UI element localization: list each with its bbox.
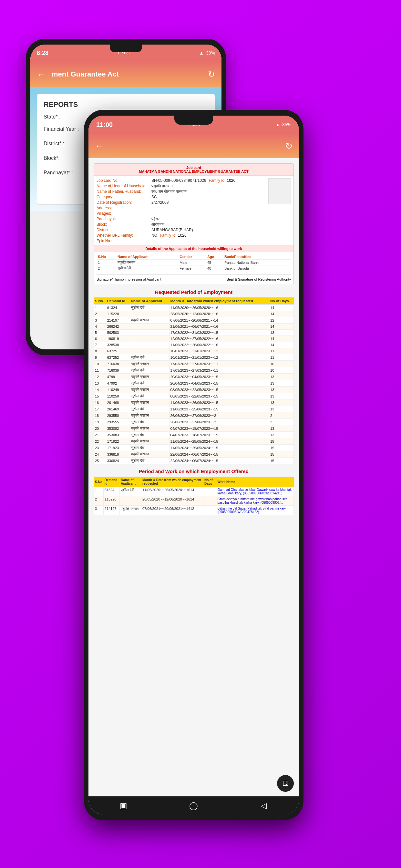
period-th-sno: S.No xyxy=(94,477,104,487)
table-row: 21353083सुशीला देवी04/07/2023~~18/07/202… xyxy=(94,432,294,438)
table-row: 15110250सुशीला देवी08/05/2023~~22/05/202… xyxy=(94,393,294,399)
back-header-title: ment Guarantee Act xyxy=(52,70,119,79)
employment-section-title: Requested Period of Employment xyxy=(94,289,294,295)
jc-epic-label: Epic No.: xyxy=(96,239,151,243)
jc-bpl-label: Whether BPL Family: xyxy=(96,233,151,238)
job-card: Job card MAHATMA GANDHI NATIONAL EMPLOYM… xyxy=(94,163,294,284)
job-card-top: Job card No.: BH-05-009-006-03849071/102… xyxy=(96,178,291,217)
jc-block-value: औरंगाबाद xyxy=(151,222,164,227)
front-refresh-button[interactable]: ↻ xyxy=(285,141,292,151)
period-th-days: No of Days xyxy=(203,477,216,487)
jc-no-label: Job card No.: xyxy=(96,178,151,183)
table-row: 16261468पशुपति पासवान11/06/2023~~26/06/2… xyxy=(94,399,294,406)
back-time: 8:28 xyxy=(37,50,49,57)
jc-row-block: Block: औरंगाबाद xyxy=(96,222,291,227)
jc-bpl-family-value: 1026 xyxy=(178,233,187,238)
table-row: 20353082पशुपति पासवान04/07/2023~~18/07/2… xyxy=(94,425,294,432)
jc-category-label: Category: xyxy=(96,195,151,199)
front-back-button[interactable]: ← xyxy=(95,141,104,151)
table-row: 19293555सुशीला देवी26/06/2023~~27/06/202… xyxy=(94,419,294,425)
emp-th-name: Name of Applicant xyxy=(130,298,169,305)
table-row: 732853811/06/2022~~26/06/2022~~1614 xyxy=(94,342,294,348)
job-card-header: Job card MAHATMA GANDHI NATIONAL EMPLOYM… xyxy=(94,164,294,176)
jc-row-dor: Date of Registration: 2/27/2008 xyxy=(96,200,268,205)
app-th-sno: S.No xyxy=(96,254,116,259)
app-th-bank: Bank/Postoffice xyxy=(223,254,291,259)
back-signal: ▲↓39% xyxy=(199,51,215,56)
front-phone-screen: 11:00 0 KB/s ▲↓35% ← ↻ Job card MAHATMA … xyxy=(89,116,299,814)
job-card-subtitle: MAHATMA GANDHI NATIONAL EMPLOYMENT GUARA… xyxy=(96,169,291,174)
table-row: 161324सुशीला देवी11/05/2020~~26/05/2020~… xyxy=(94,305,294,311)
jc-row-address: Address: xyxy=(96,206,268,210)
app-th-gender: Gender xyxy=(178,254,206,259)
job-card-title: Job card xyxy=(96,166,291,169)
emp-th-days: No of Days xyxy=(269,298,294,305)
table-row: 23171923सुशीला देवी11/05/2024~~25/05/202… xyxy=(94,445,294,451)
jc-row-head: Name of Head of Household: पशुपति पासवान xyxy=(96,184,268,188)
front-signal: ▲↓35% xyxy=(275,122,291,127)
table-row: 211522028/05/2020~~12/06/2020~~1614Gram … xyxy=(94,496,294,506)
footer-left: Signature/Thumb impression of Applicant xyxy=(96,277,161,281)
back-back-button[interactable]: ← xyxy=(37,69,45,80)
jc-row-no: Job card No.: BH-05-009-006-03849071/102… xyxy=(96,178,268,183)
table-row: 161324सुशीला देवी11/05/2020~~26/05/2020~… xyxy=(94,487,294,496)
table-row: 3214197पशुपति पासवान07/06/2021~~20/06/20… xyxy=(94,506,294,515)
period-th-dates: Month & Date from which employment reque… xyxy=(142,477,204,487)
table-row: 17261469सुशीला देवी11/06/2023~~25/06/202… xyxy=(94,406,294,412)
jc-block-label: Block: xyxy=(96,222,151,227)
table-row: 1347992सुशीला देवी20/04/2023~~04/05/2023… xyxy=(94,380,294,386)
job-card-info: Job card No.: BH-05-009-006-03849071/102… xyxy=(96,178,268,217)
back-refresh-button[interactable]: ↻ xyxy=(208,69,215,80)
fab-save[interactable]: 🖫 xyxy=(277,775,294,792)
jc-row-district: District: AURANGABAD(BIHAR) xyxy=(96,228,291,232)
bottom-nav: ▣ ◯ ◁ xyxy=(89,796,299,814)
emp-th-dates: Month & Date from which employment reque… xyxy=(169,298,269,305)
jc-category-value: SC xyxy=(151,195,157,199)
app-th-age: Age xyxy=(206,254,223,259)
table-row: 863725110/01/2023~~21/01/2023~~1211 xyxy=(94,348,294,354)
job-card-body: Job card No.: BH-05-009-006-03849071/102… xyxy=(94,176,294,284)
period-table: S.No Demand Id Name of Applicant Month &… xyxy=(94,476,294,515)
jc-no-value: BH-05-009-006-03849071/1026 xyxy=(151,178,206,183)
jc-father-value: स्व0 राम खेलावन पासवान xyxy=(151,189,187,194)
period-section-title: Period and Work on which Employment Offe… xyxy=(94,469,294,474)
nav-square-button[interactable]: ▣ xyxy=(114,799,133,812)
app-th-name: Name of Applicant xyxy=(116,254,178,259)
table-row: 11716039सुशीला देवी17/03/2023~~27/03/202… xyxy=(94,367,294,374)
jc-father-label: Name of Father/Husband: xyxy=(96,189,151,194)
front-phone: 11:00 0 KB/s ▲↓35% ← ↻ Job card MAHATMA … xyxy=(84,110,304,820)
nav-circle-button[interactable]: ◯ xyxy=(184,799,204,812)
table-row: 22171922पशुपति पासवान11/05/2024~~25/05/2… xyxy=(94,438,294,445)
table-row: 1247991पशुपति पासवान20/04/2023~~04/05/20… xyxy=(94,374,294,380)
period-th-demand: Demand Id xyxy=(103,477,120,487)
emp-th-sno: S.No xyxy=(94,298,106,305)
jc-family-id-value: 1026 xyxy=(227,178,235,183)
period-th-work: Work Name xyxy=(216,477,294,487)
table-row: 2सुशीला देवीFemale40Bank of Baroda xyxy=(96,266,291,271)
jc-row-epic: Epic No.: xyxy=(96,239,291,243)
table-row: 25336824सुशीला देवी22/06/2024~~06/07/202… xyxy=(94,458,294,464)
jc-row-villages: Villages: xyxy=(96,211,268,216)
jc-row-bpl: Whether BPL Family: NO Family Id: 1026 xyxy=(96,233,291,238)
jc-row-father: Name of Father/Husband: स्व0 राम खेलावन … xyxy=(96,189,268,194)
jc-panchayat-value: पहेसर xyxy=(151,217,159,221)
jc-family-id-label: Family Id: xyxy=(209,178,225,183)
table-row: 9637252सुशीला देवी10/01/2023~~21/01/2023… xyxy=(94,354,294,361)
front-notch xyxy=(174,116,213,125)
applicants-table: S.No Name of Applicant Gender Age Bank/P… xyxy=(96,254,291,271)
table-row: 14110249पशुपति पासवान08/05/2023~~22/05/2… xyxy=(94,386,294,393)
jc-dor-value: 2/27/2008 xyxy=(151,200,168,205)
table-row: 556250317/03/2022~~31/03/2022~~1513 xyxy=(94,330,294,336)
jc-bpl-value: NO xyxy=(151,233,157,238)
job-card-photo xyxy=(268,178,291,204)
table-row: 3214197पशुपति पासवान07/06/2021~~20/06/20… xyxy=(94,317,294,323)
table-row: 426624221/06/2021~~06/07/2021~~1614 xyxy=(94,323,294,330)
nav-triangle-button[interactable]: ◁ xyxy=(254,799,274,812)
table-row: 619081912/05/2022~~27/05/2022~~1614 xyxy=(94,336,294,342)
job-card-footer: Signature/Thumb impression of Applicant … xyxy=(96,275,291,281)
table-row: 10716038पशुपति पासवान17/03/2023~~27/03/2… xyxy=(94,361,294,367)
reports-title: REPORTS xyxy=(43,100,208,109)
jc-bpl-family-label: Family Id: xyxy=(160,233,177,238)
front-scroll-area[interactable]: Job card MAHATMA GANDHI NATIONAL EMPLOYM… xyxy=(89,158,299,796)
front-time: 11:00 xyxy=(96,121,113,128)
